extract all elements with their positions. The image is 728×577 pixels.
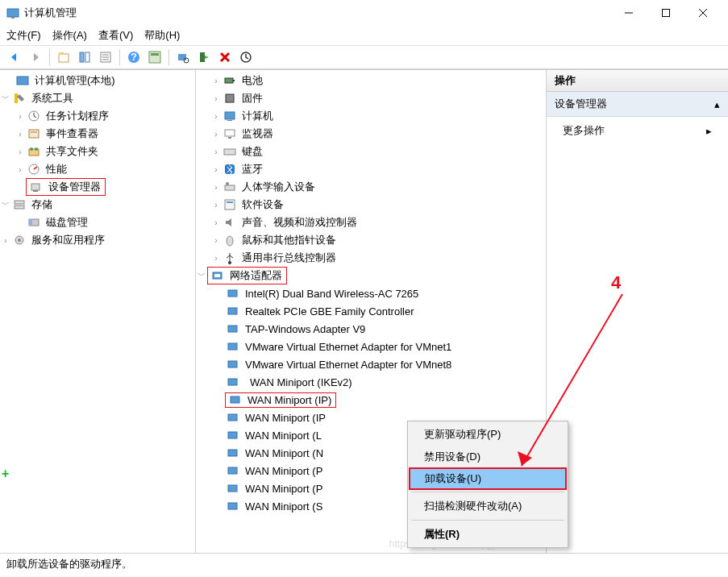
actions-header: 操作 [547,70,728,92]
ctx-disable-device[interactable]: 禁用设备(D) [410,446,566,468]
dev-firmware[interactable]: ›固件 [196,89,546,107]
tree-device-manager[interactable]: 设备管理器 [0,178,195,196]
chip-icon [223,92,236,105]
computer-mgmt-icon [16,74,29,87]
svg-rect-42 [233,80,235,81]
net-vmnet1[interactable]: VMware Virtual Ethernet Adapter for VMne… [196,338,546,355]
close-button[interactable] [684,0,722,26]
tree-task-scheduler[interactable]: › 任务计划程序 [0,107,195,125]
dev-keyboard[interactable]: ›键盘 [196,143,546,160]
svg-rect-69 [228,485,237,492]
nic-icon [227,446,239,459]
ctx-scan-hardware[interactable]: 扫描检测硬件改动(A) [410,495,566,517]
plus-annotation: + [2,467,9,481]
tree-shared-folders[interactable]: › 共享文件夹 [0,143,195,160]
ctx-uninstall-device[interactable]: 卸载设备(U) [409,467,567,490]
menu-file[interactable]: 文件(F) [6,28,41,43]
svg-rect-70 [228,503,237,509]
svg-point-31 [35,147,38,151]
help-button[interactable]: ? [124,48,144,67]
svg-rect-9 [85,52,89,62]
net-tap[interactable]: TAP-Windows Adapter V9 [196,320,546,338]
net-realtek[interactable]: Realtek PCIe GBE Family Controller [196,302,546,320]
dev-audio[interactable]: ›声音、视频和游戏控制器 [196,214,546,231]
nic-icon [229,393,242,406]
chevron-right-icon[interactable]: › [15,128,26,139]
event-icon [27,127,40,140]
dev-hid[interactable]: ›人体学输入设备 [196,178,546,196]
app-icon [6,6,19,19]
tree-storage[interactable]: ﹀ 存储 [0,196,195,214]
up-button[interactable] [54,48,73,67]
svg-rect-50 [225,185,235,190]
tree-disk-mgmt[interactable]: 磁盘管理 [0,214,195,231]
show-hide-button[interactable] [75,48,94,67]
back-button[interactable] [5,48,24,67]
nic-icon [227,322,239,335]
ctx-properties[interactable]: 属性(R) [410,523,566,546]
net-ip[interactable]: WAN Miniport (IP) [196,391,546,409]
dev-network[interactable]: ﹀ 网络适配器 [196,267,546,284]
net-vmnet8[interactable]: VMware Virtual Ethernet Adapter for VMne… [196,355,546,373]
menubar: 文件(F) 操作(A) 查看(V) 帮助(H) [0,26,728,45]
nic-icon [227,287,239,300]
chevron-down-icon[interactable]: ﹀ [196,270,207,281]
dev-usb[interactable]: ›通用串行总线控制器 [196,249,546,267]
tools-icon [13,92,26,105]
svg-rect-0 [7,9,19,17]
chevron-right-icon[interactable]: › [15,146,26,157]
performance-icon [27,163,40,176]
nic-icon [227,429,239,442]
forward-button[interactable] [26,48,45,67]
scan-hardware-button[interactable] [173,48,193,67]
nic-icon [227,305,239,318]
svg-rect-24 [17,77,28,85]
nic-icon [227,340,239,353]
view-details-button[interactable] [145,48,164,67]
svg-rect-64 [231,396,239,403]
tree-system-tools[interactable]: ﹀ 系统工具 [0,89,195,107]
chevron-down-icon[interactable]: ﹀ [0,93,11,104]
tree-performance[interactable]: › 性能 [0,160,195,178]
update-button[interactable] [236,48,256,67]
dev-software[interactable]: ›软件设备 [196,196,546,214]
network-adapter-icon [211,269,224,282]
net-ikev2[interactable]: WAN Miniport (IKEv2) [196,373,546,391]
clock-icon [27,110,40,122]
bluetooth-icon [223,163,236,176]
chevron-right-icon[interactable]: › [15,110,26,122]
svg-rect-3 [663,10,670,17]
menu-view[interactable]: 查看(V) [98,28,133,43]
menu-action[interactable]: 操作(A) [52,28,87,43]
tree-event-viewer[interactable]: › 事件查看器 [0,125,195,143]
maximize-button[interactable] [647,0,684,26]
device-mgr-icon [30,181,43,193]
menu-help[interactable]: 帮助(H) [144,28,180,43]
svg-rect-6 [59,54,69,62]
dev-battery[interactable]: ›电池 [196,72,546,89]
nic-icon [227,482,239,495]
add-hardware-button[interactable] [194,48,214,67]
menu-separator [411,520,564,521]
chevron-right-icon[interactable]: › [0,235,11,246]
dev-monitor[interactable]: ›监视器 [196,125,546,143]
ctx-update-driver[interactable]: 更新驱动程序(P) [410,423,566,446]
dev-bluetooth[interactable]: ›蓝牙 [196,160,546,178]
properties-button[interactable] [96,48,115,67]
dev-mouse[interactable]: ›鼠标和其他指针设备 [196,231,546,249]
left-tree-pane: 计算机管理(本地) ﹀ 系统工具 › 任务计划程序 › 事件查看器 › 共享文件… [0,70,196,553]
svg-rect-43 [226,94,234,102]
dev-computer[interactable]: ›计算机 [196,107,546,125]
chevron-down-icon[interactable]: ﹀ [0,199,11,210]
tree-root[interactable]: 计算机管理(本地) [0,72,195,89]
actions-section[interactable]: 设备管理器 ▴ [547,92,728,117]
svg-rect-41 [225,78,233,83]
remove-button[interactable] [215,48,235,67]
tree-services[interactable]: › 服务和应用程序 [0,231,195,249]
minimize-button[interactable] [610,0,647,26]
net-intel[interactable]: Intel(R) Dual Band Wireless-AC 7265 [196,284,546,302]
titlebar: 计算机管理 [0,0,728,26]
svg-rect-52 [225,200,235,210]
chevron-right-icon[interactable]: › [15,164,26,175]
actions-more[interactable]: 更多操作 ▸ [547,117,728,144]
